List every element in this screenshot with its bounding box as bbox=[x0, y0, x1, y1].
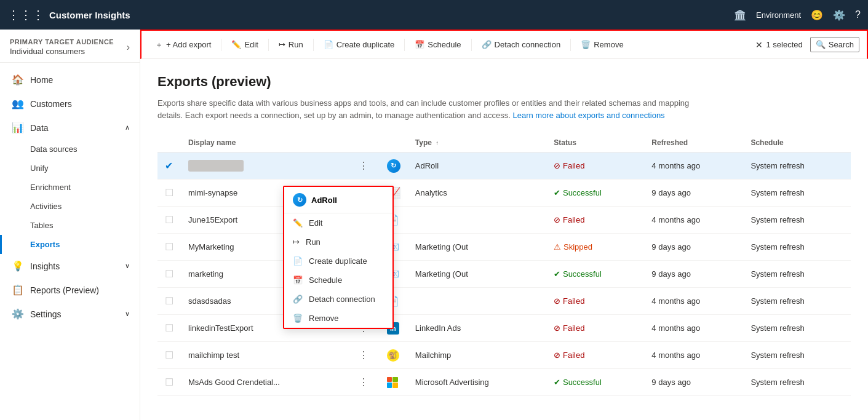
run-button[interactable]: ↦ Run bbox=[273, 36, 309, 53]
context-schedule-label: Schedule bbox=[309, 275, 342, 285]
search-icon: 🔍 bbox=[816, 40, 826, 49]
toolbar-divider-6 bbox=[570, 39, 571, 51]
search-button[interactable]: 🔍 Search bbox=[810, 37, 859, 52]
row-more-button[interactable]: ⋮ bbox=[355, 375, 372, 389]
th-icon bbox=[380, 133, 408, 153]
row-checkbox[interactable]: ✔ bbox=[157, 153, 181, 180]
sidebar-item-exports[interactable]: Exports bbox=[0, 235, 140, 254]
sidebar-item-data-label: Data bbox=[30, 123, 49, 133]
context-remove-label: Remove bbox=[309, 314, 338, 323]
create-duplicate-button[interactable]: 📄 Create duplicate bbox=[317, 36, 401, 53]
close-selected-icon[interactable]: ✕ bbox=[755, 40, 763, 50]
sidebar-item-tables-label: Tables bbox=[30, 221, 54, 230]
sidebar: Primary target audience Individual consu… bbox=[0, 30, 140, 420]
context-schedule-icon: 📅 bbox=[293, 275, 303, 285]
context-menu-duplicate[interactable]: 📄 Create duplicate bbox=[284, 252, 392, 271]
row-more-button[interactable]: ⋮ bbox=[355, 159, 372, 173]
schedule-icon: 📅 bbox=[415, 40, 424, 49]
topbar-right: 🏛️ Environment 😊 ⚙️ ? bbox=[734, 9, 861, 21]
context-run-label: Run bbox=[306, 237, 321, 247]
row-dots[interactable]: ⋮ bbox=[348, 153, 380, 180]
context-menu-edit[interactable]: ✏️ Edit bbox=[284, 213, 392, 232]
detach-connection-button[interactable]: 🔗 Detach connection bbox=[476, 36, 567, 53]
account-icon[interactable]: 😊 bbox=[811, 9, 823, 21]
table-row[interactable]: ☐ mailchimp test ⋮ 🐒 Mailchimp ⊘ Failed … bbox=[157, 342, 851, 369]
remove-icon: 🗑️ bbox=[581, 40, 591, 49]
th-display-name: Display name bbox=[181, 133, 348, 153]
table-row[interactable]: ☐ marketing ⋮ 📧 Marketing (Out ✔ Success… bbox=[157, 261, 851, 288]
selected-badge: ✕ 1 selected bbox=[755, 40, 803, 50]
table-row[interactable]: ☐ MsAds Good Crendetial... ⋮ Microsoft A bbox=[157, 369, 851, 396]
toolbar-divider-5 bbox=[471, 39, 472, 51]
waffle-icon[interactable]: ⋮⋮⋮ bbox=[7, 7, 44, 22]
run-icon: ↦ bbox=[279, 40, 285, 49]
sidebar-item-tables[interactable]: Tables bbox=[0, 216, 140, 235]
row-name: ████████ bbox=[181, 153, 348, 180]
context-run-icon: ↦ bbox=[293, 237, 300, 247]
adroll-logo: ↻ bbox=[387, 159, 400, 173]
context-menu-remove[interactable]: 🗑️ Remove bbox=[284, 309, 392, 328]
insights-chevron-icon: ∨ bbox=[125, 262, 130, 270]
context-duplicate-icon: 📄 bbox=[293, 256, 303, 266]
th-refreshed: Refreshed bbox=[644, 133, 743, 153]
learn-more-link[interactable]: Learn more about exports and connections bbox=[512, 111, 664, 120]
sidebar-item-data-sources[interactable]: Data sources bbox=[0, 140, 140, 159]
table-row[interactable]: ☐ sdasdsadas ⋮ 📄 ⊘ Failed 4 months ago S… bbox=[157, 288, 851, 315]
audience-chevron-icon[interactable]: › bbox=[127, 42, 130, 53]
context-remove-icon: 🗑️ bbox=[293, 314, 303, 323]
sidebar-item-customers[interactable]: 👥 Customers bbox=[0, 92, 140, 116]
toolbar-divider-4 bbox=[404, 39, 405, 51]
sidebar-item-insights-label: Insights bbox=[30, 261, 60, 271]
th-type: Type ↑ bbox=[408, 133, 547, 153]
sidebar-item-home-label: Home bbox=[30, 75, 53, 85]
app-logo: Customer Insights bbox=[49, 10, 130, 20]
context-edit-icon: ✏️ bbox=[293, 218, 303, 228]
environment-icon[interactable]: 🏛️ bbox=[734, 9, 746, 21]
context-duplicate-label: Create duplicate bbox=[309, 256, 367, 266]
row-refreshed: 4 months ago bbox=[644, 153, 743, 180]
row-more-button[interactable]: ⋮ bbox=[355, 348, 372, 362]
context-adroll-logo: ↻ bbox=[293, 193, 306, 207]
sidebar-item-settings-label: Settings bbox=[30, 309, 62, 319]
sidebar-item-customers-label: Customers bbox=[30, 99, 72, 109]
sidebar-item-data-sources-label: Data sources bbox=[30, 145, 78, 154]
schedule-button[interactable]: 📅 Schedule bbox=[408, 36, 467, 53]
context-menu-run[interactable]: ↦ Run bbox=[284, 232, 392, 252]
content-area: Exports (preview) Exports share specific… bbox=[140, 59, 868, 420]
context-menu-detach[interactable]: 🔗 Detach connection bbox=[284, 290, 392, 309]
sidebar-item-home[interactable]: 🏠 Home bbox=[0, 68, 140, 92]
sidebar-item-enrichment[interactable]: Enrichment bbox=[0, 178, 140, 197]
sidebar-item-settings[interactable]: ⚙️ Settings ∨ bbox=[0, 302, 140, 326]
context-edit-label: Edit bbox=[309, 218, 322, 228]
audience-label: Primary target audience bbox=[10, 38, 114, 46]
add-export-button[interactable]: ＋ + Add export bbox=[149, 36, 217, 54]
page-title: Exports (preview) bbox=[157, 74, 851, 90]
table-row[interactable]: ✔ ████████ ⋮ ↻ AdRoll ⊘ Failed bbox=[157, 153, 851, 180]
sidebar-item-unify[interactable]: Unify bbox=[0, 159, 140, 178]
context-menu-schedule[interactable]: 📅 Schedule bbox=[284, 271, 392, 290]
table-row[interactable]: ☐ mimi-synapse ⋮ 📈 Analytics ✔ Successfu… bbox=[157, 180, 851, 207]
context-menu: ↻ AdRoll ✏️ Edit ↦ Run 📄 Create duplicat… bbox=[283, 186, 394, 329]
sidebar-item-data[interactable]: 📊 Data ∧ bbox=[0, 116, 140, 140]
table-row[interactable]: ☐ MyMarketing ⋮ 📧 Marketing (Out ⚠ Skipp… bbox=[157, 234, 851, 261]
data-chevron-icon: ∧ bbox=[125, 124, 130, 132]
help-icon[interactable]: ? bbox=[855, 9, 861, 20]
insights-icon: 💡 bbox=[12, 260, 24, 272]
sidebar-item-insights[interactable]: 💡 Insights ∨ bbox=[0, 254, 140, 278]
table-row[interactable]: ☐ linkedinTestExport ⋮ in LinkedIn Ads ⊘… bbox=[157, 315, 851, 342]
sidebar-item-activities[interactable]: Activities bbox=[0, 197, 140, 216]
toolbar: ＋ + Add export ✏️ Edit ↦ Run 📄 Create du… bbox=[140, 30, 868, 59]
settings-icon[interactable]: ⚙️ bbox=[833, 9, 845, 21]
status-success: ✔ Successful bbox=[554, 188, 637, 197]
sidebar-item-enrichment-label: Enrichment bbox=[30, 183, 71, 192]
sidebar-item-exports-label: Exports bbox=[30, 240, 60, 249]
row-type-label: AdRoll bbox=[408, 153, 547, 180]
table-row[interactable]: ☐ June15Export ⋮ 📄 ⊘ Failed 4 months ago… bbox=[157, 207, 851, 234]
th-status: Status bbox=[546, 133, 644, 153]
toolbar-divider-3 bbox=[313, 39, 314, 51]
edit-button[interactable]: ✏️ Edit bbox=[225, 36, 264, 53]
reports-icon: 📋 bbox=[12, 284, 24, 296]
sort-icon: ↑ bbox=[436, 140, 439, 146]
sidebar-item-reports[interactable]: 📋 Reports (Preview) bbox=[0, 278, 140, 302]
remove-button[interactable]: 🗑️ Remove bbox=[575, 36, 629, 53]
